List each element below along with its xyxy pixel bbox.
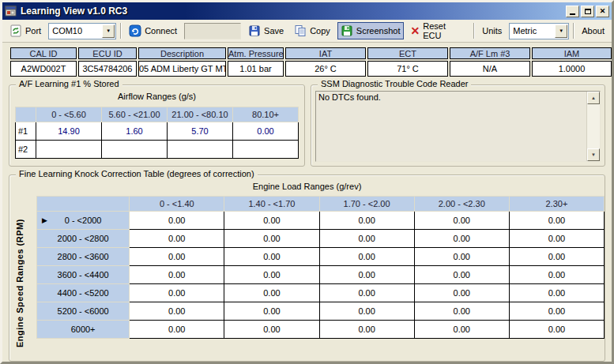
- status-textbox[interactable]: [184, 23, 241, 39]
- chevron-down-icon[interactable]: ▼: [102, 24, 115, 38]
- knock-cell[interactable]: 0.00: [130, 230, 224, 248]
- af-cell: [102, 141, 168, 159]
- info-header-iam: IAM: [532, 47, 612, 59]
- af-cell: 14.90: [36, 122, 102, 141]
- screenshot-label: Screenshot: [356, 26, 401, 36]
- knock-cell[interactable]: 0.00: [319, 248, 414, 266]
- knock-cell[interactable]: 0.00: [414, 284, 509, 302]
- knock-cell[interactable]: 0.00: [224, 284, 319, 302]
- knock-cell[interactable]: 0.00: [224, 321, 319, 339]
- knock-column-header[interactable]: 0 - <1.40: [130, 197, 224, 212]
- knock-cell[interactable]: 0.00: [509, 248, 604, 266]
- knock-cell[interactable]: 0.00: [414, 266, 509, 284]
- knock-column-header[interactable]: 1.40 - <1.70: [224, 197, 319, 212]
- knock-cell[interactable]: 0.00: [130, 302, 224, 321]
- knock-row-header[interactable]: 2000 - <2800: [37, 230, 130, 248]
- copy-icon: [294, 24, 307, 37]
- knock-cell[interactable]: 0.00: [414, 248, 509, 266]
- knock-cell[interactable]: 0.00: [130, 266, 224, 284]
- connect-label: Connect: [145, 26, 177, 36]
- af-cell: 0.00: [233, 122, 299, 141]
- info-header-iat: IAT: [285, 47, 366, 59]
- reset-ecu-button[interactable]: ✕ Reset ECU: [408, 19, 470, 43]
- knock-row-header[interactable]: 5200 - <6000: [37, 302, 130, 321]
- af-learning-group-title: A/F Learning #1 % Stored: [16, 79, 122, 88]
- scroll-down-button[interactable]: ▼: [587, 148, 600, 161]
- ecu-info-table: CAL ID ECU ID Description Atm. Pressure …: [9, 46, 613, 78]
- af-column-header: 5.60 - <21.00: [102, 107, 168, 122]
- dtc-scrollbar[interactable]: ▲ ▼: [586, 92, 600, 161]
- knock-cell[interactable]: 0.00: [414, 321, 509, 339]
- knock-cell[interactable]: 0.00: [414, 230, 509, 248]
- knock-cell[interactable]: 0.00: [130, 284, 224, 302]
- knock-cell[interactable]: 0.00: [509, 321, 604, 339]
- knock-row-header[interactable]: 3600 - <4400: [37, 266, 130, 284]
- knock-cell[interactable]: 0.00: [509, 302, 604, 321]
- connect-button[interactable]: Connect: [126, 22, 180, 39]
- minimize-button[interactable]: [566, 6, 579, 17]
- engine-speed-ranges-title: Engine Speed Ranges (RPM): [15, 213, 28, 353]
- port-combobox[interactable]: COM10 ▼: [48, 23, 116, 39]
- connect-icon: [129, 24, 141, 37]
- knock-cell[interactable]: 0.00: [319, 230, 414, 248]
- knock-cell[interactable]: 0.00: [224, 212, 319, 230]
- close-button[interactable]: ✕: [596, 6, 609, 17]
- knock-cell[interactable]: 0.00: [319, 302, 414, 321]
- save-button[interactable]: Save: [245, 22, 287, 39]
- knock-cell[interactable]: 0.00: [509, 284, 604, 302]
- port-combobox-value: COM10: [49, 26, 102, 36]
- knock-cell[interactable]: 0.00: [224, 302, 319, 321]
- knock-cell[interactable]: 0.00: [414, 302, 509, 321]
- dtc-reader-group-title: SSM Diagnostic Trouble Code Reader: [318, 79, 471, 88]
- knock-cell[interactable]: 0.00: [319, 212, 414, 230]
- knock-row-header[interactable]: ▶ 0 - <2000: [37, 212, 130, 230]
- engine-load-ranges-title: Engine Load Ranges (g/rev): [9, 182, 605, 191]
- knock-cell[interactable]: 0.00: [130, 248, 224, 266]
- row-selector-arrow-icon: ▶: [42, 216, 47, 224]
- knock-row-header[interactable]: 6000+: [37, 321, 130, 339]
- knock-cell[interactable]: 0.00: [224, 248, 319, 266]
- knock-cell[interactable]: 0.00: [224, 230, 319, 248]
- chevron-down-icon[interactable]: ▼: [555, 24, 567, 38]
- knock-column-header[interactable]: 1.70 - <2.00: [319, 197, 414, 212]
- scroll-up-icon: ▲: [591, 96, 596, 100]
- info-value-iat: 26° C: [285, 61, 366, 77]
- dtc-output-box[interactable]: No DTCs found. ▲ ▼: [315, 91, 601, 162]
- units-label: Units: [479, 24, 505, 38]
- screenshot-button[interactable]: Screenshot: [337, 22, 404, 39]
- info-value-description: 05 ADM Liberty GT MT: [138, 61, 226, 77]
- port-refresh-button[interactable]: Port: [6, 22, 44, 39]
- copy-button[interactable]: Copy: [291, 22, 333, 39]
- af-row-label: #1: [16, 122, 36, 141]
- knock-cell[interactable]: 0.00: [414, 212, 509, 230]
- scroll-up-button[interactable]: ▲: [587, 92, 600, 104]
- about-button[interactable]: About: [578, 24, 608, 38]
- af-column-header: 21.00 - <80.10: [168, 107, 233, 122]
- units-combobox[interactable]: Metric ▼: [509, 23, 569, 39]
- af-row-label: #2: [16, 141, 36, 159]
- maximize-button[interactable]: [581, 6, 594, 17]
- knock-row-header[interactable]: 4400 - <5200: [37, 284, 130, 302]
- knock-cell[interactable]: 0.00: [130, 321, 224, 339]
- reset-ecu-label: Reset ECU: [423, 21, 466, 40]
- knock-cell[interactable]: 0.00: [509, 230, 604, 248]
- knock-corner-cell[interactable]: [37, 197, 130, 212]
- knock-column-header[interactable]: 2.00 - <2.30: [414, 197, 509, 212]
- knock-cell[interactable]: 0.00: [224, 266, 319, 284]
- knock-row-header[interactable]: 2800 - <3600: [37, 248, 130, 266]
- knock-cell[interactable]: 0.00: [509, 266, 604, 284]
- save-icon: [248, 24, 261, 37]
- knock-cell[interactable]: 0.00: [130, 212, 224, 230]
- title-bar[interactable]: Learning View v1.0 RC3 ✕: [2, 2, 612, 20]
- save-label: Save: [264, 26, 284, 36]
- knock-column-header[interactable]: 2.30+: [509, 197, 604, 212]
- info-value-cal-id: A2WD002T: [10, 61, 77, 77]
- knock-cell[interactable]: 0.00: [319, 266, 414, 284]
- knock-cell[interactable]: 0.00: [319, 284, 414, 302]
- toolbar: Port COM10 ▼ Connect: [2, 20, 612, 43]
- copy-label: Copy: [310, 26, 330, 36]
- info-value-atm-pressure: 1.01 bar: [228, 61, 284, 77]
- knock-cell[interactable]: 0.00: [509, 212, 604, 230]
- knock-cell[interactable]: 0.00: [319, 321, 414, 339]
- ecu-info-panel: CAL ID ECU ID Description Atm. Pressure …: [2, 43, 612, 81]
